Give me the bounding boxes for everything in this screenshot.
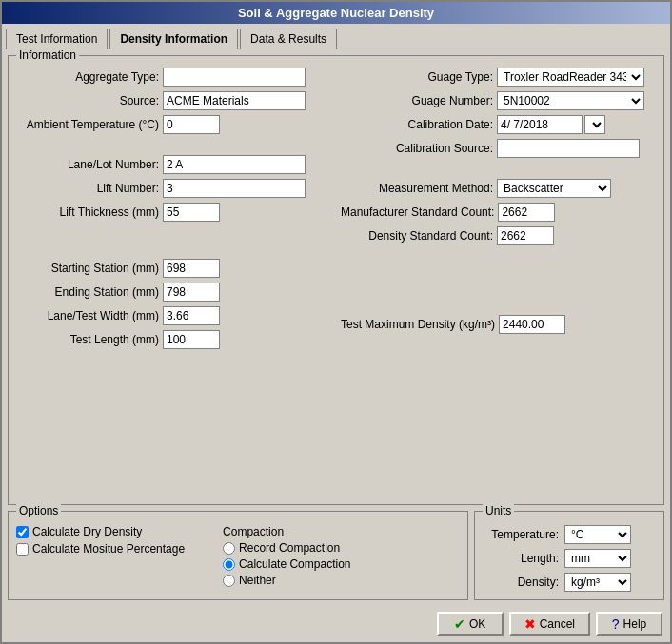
aggregate-type-input[interactable] xyxy=(163,68,306,87)
lift-number-input[interactable] xyxy=(163,179,306,198)
units-group-title: Units xyxy=(483,504,514,517)
gauge-type-select[interactable]: Troxler RoadReader 3430-3é xyxy=(497,68,644,87)
calc-moisture-row: Calculate Mositue Percentage xyxy=(16,542,185,556)
checkboxes-column: Calculate Dry Density Calculate Mositue … xyxy=(16,525,185,590)
measurement-method-label: Measurement Method: xyxy=(341,182,493,195)
density-standard-input[interactable] xyxy=(497,226,554,245)
lift-thickness-input[interactable] xyxy=(163,203,220,222)
units-rows: Temperature: °C °F Length: mm in xyxy=(483,519,656,592)
tab-bar: Test Information Density Information Dat… xyxy=(2,24,670,49)
density-standard-row: Density Standard Count: xyxy=(341,226,656,245)
test-max-density-row: Test Maximum Density (kg/m³) xyxy=(341,315,656,334)
lift-number-row: Lift Number: xyxy=(16,179,331,198)
calibration-source-label: Calibration Source: xyxy=(341,142,493,155)
information-group-title: Information xyxy=(16,49,79,62)
tab-test-information[interactable]: Test Information xyxy=(6,29,108,49)
source-input[interactable] xyxy=(163,91,306,110)
button-bar: ✔ OK ✖ Cancel ? Help xyxy=(2,606,670,642)
compaction-label: Compaction xyxy=(223,525,350,538)
test-length-row: Test Length (mm) xyxy=(16,330,331,349)
options-group-title: Options xyxy=(16,504,61,517)
temperature-units-row: Temperature: °C °F xyxy=(483,525,656,544)
calc-dry-density-label: Calculate Dry Density xyxy=(32,525,142,538)
record-compaction-row: Record Compaction xyxy=(223,541,350,555)
starting-station-row: Starting Station (mm) xyxy=(16,259,331,278)
density-units-label: Density: xyxy=(483,576,559,589)
ending-station-row: Ending Station (mm) xyxy=(16,283,331,302)
main-content: Information Aggregate Type: Source: Ambi… xyxy=(2,49,670,606)
measurement-method-select[interactable]: Backscatter xyxy=(497,179,611,198)
options-inner: Calculate Dry Density Calculate Mositue … xyxy=(16,519,460,590)
ending-station-label: Ending Station (mm) xyxy=(16,285,159,299)
density-units-row: Density: kg/m³ lb/ft³ xyxy=(483,573,656,592)
calibration-date-label: Calibration Date: xyxy=(341,118,493,131)
main-window: Soil & Aggregate Nuclear Density Test In… xyxy=(0,0,672,644)
density-units-select[interactable]: kg/m³ lb/ft³ xyxy=(564,573,631,592)
manufacturer-standard-label: Manufacturer Standard Count: xyxy=(341,205,494,219)
calc-dry-density-checkbox[interactable] xyxy=(16,526,29,538)
options-group: Options Calculate Dry Density Calculate … xyxy=(8,511,468,600)
compaction-column: Compaction Record Compaction Calculate C… xyxy=(204,525,350,590)
calc-moisture-checkbox[interactable] xyxy=(16,543,29,556)
neither-radio[interactable] xyxy=(223,575,235,587)
bottom-section: Options Calculate Dry Density Calculate … xyxy=(8,511,664,600)
ambient-temp-input[interactable] xyxy=(163,115,220,134)
temperature-units-label: Temperature: xyxy=(483,528,559,541)
right-column: Guage Type: Troxler RoadReader 3430-3é G… xyxy=(341,64,656,349)
calc-dry-density-row: Calculate Dry Density xyxy=(16,525,185,538)
window-title: Soil & Aggregate Nuclear Density xyxy=(238,6,434,20)
lift-number-label: Lift Number: xyxy=(16,182,159,195)
calibration-date-picker[interactable]: ▼ xyxy=(584,115,605,134)
gauge-type-row: Guage Type: Troxler RoadReader 3430-3é xyxy=(341,68,656,87)
measurement-method-row: Measurement Method: Backscatter xyxy=(341,179,656,198)
ok-button[interactable]: ✔ OK xyxy=(437,612,504,636)
gauge-type-label: Guage Type: xyxy=(341,70,493,84)
length-units-row: Length: mm in xyxy=(483,549,656,568)
temperature-units-select[interactable]: °C °F xyxy=(564,525,631,544)
help-button[interactable]: ? Help xyxy=(596,612,662,636)
calibration-source-input[interactable] xyxy=(497,139,640,158)
calibration-date-input[interactable] xyxy=(497,115,583,134)
source-label: Source: xyxy=(16,94,159,107)
cancel-button[interactable]: ✖ Cancel xyxy=(509,612,590,636)
test-length-label: Test Length (mm) xyxy=(16,333,159,346)
neither-row: Neither xyxy=(223,574,350,587)
record-compaction-label: Record Compaction xyxy=(239,541,340,555)
lane-test-width-input[interactable] xyxy=(163,306,220,325)
neither-label: Neither xyxy=(239,574,276,587)
test-max-density-label: Test Maximum Density (kg/m³) xyxy=(341,318,495,331)
calculate-compaction-radio[interactable] xyxy=(223,558,235,571)
starting-station-label: Starting Station (mm) xyxy=(16,262,159,275)
calc-moisture-label: Calculate Mositue Percentage xyxy=(32,542,185,556)
test-length-input[interactable] xyxy=(163,330,220,349)
manufacturer-standard-row: Manufacturer Standard Count: xyxy=(341,203,656,222)
cancel-label: Cancel xyxy=(540,617,575,631)
ambient-temp-row: Ambient Temperature (°C) xyxy=(16,115,331,134)
calculate-compaction-label: Calculate Compaction xyxy=(239,557,350,571)
gauge-number-select[interactable]: 5N10002 xyxy=(497,91,644,110)
calculate-compaction-row: Calculate Compaction xyxy=(223,557,350,571)
aggregate-type-row: Aggregate Type: xyxy=(16,68,331,87)
gauge-number-label: Guage Number: xyxy=(341,94,493,107)
ending-station-input[interactable] xyxy=(163,283,220,302)
lift-thickness-row: Lift Thickness (mm) xyxy=(16,203,331,222)
tab-data-results[interactable]: Data & Results xyxy=(240,29,337,49)
length-units-label: Length: xyxy=(483,552,559,565)
starting-station-input[interactable] xyxy=(163,259,220,278)
density-standard-label: Density Standard Count: xyxy=(341,229,493,243)
test-max-density-input[interactable] xyxy=(499,315,565,334)
compaction-radio-group: Record Compaction Calculate Compaction N… xyxy=(223,541,350,587)
record-compaction-radio[interactable] xyxy=(223,542,235,555)
cancel-icon: ✖ xyxy=(524,616,536,632)
lane-lot-row: Lane/Lot Number: xyxy=(16,155,331,174)
tab-density-information[interactable]: Density Information xyxy=(109,29,238,49)
lane-test-width-row: Lane/Test Width (mm) xyxy=(16,306,331,325)
calibration-source-row: Calibration Source: xyxy=(341,139,656,158)
length-units-select[interactable]: mm in xyxy=(564,549,631,568)
lane-lot-input[interactable] xyxy=(163,155,306,174)
manufacturer-standard-input[interactable] xyxy=(498,203,555,222)
calibration-date-input-group: ▼ xyxy=(497,115,605,134)
left-column: Aggregate Type: Source: Ambient Temperat… xyxy=(16,64,331,349)
help-icon: ? xyxy=(612,616,620,632)
gauge-number-row: Guage Number: 5N10002 xyxy=(341,91,656,110)
